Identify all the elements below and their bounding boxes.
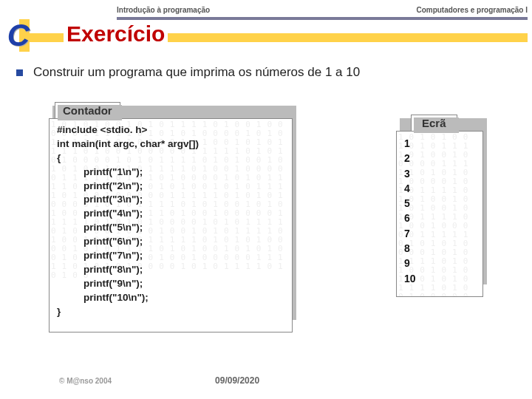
code-line: #include <stdio. h> [57,123,284,137]
code-title-box: Contador [55,102,120,119]
footer-date: 09/09/2020 [215,375,259,386]
code-line: printf("2\n"); [83,180,284,194]
code-line: printf("7\n"); [83,249,284,263]
screen-output-block: Ecrã 10101001010111101001000001111101010… [396,115,492,297]
code-line: } [57,305,284,319]
code-content: #include <stdio. h>int main(int argc, ch… [50,119,292,323]
bullet-text: Construir um programa que imprima os núm… [33,65,360,80]
screen-box: 1010100101011110100100000111110101010000… [396,131,483,297]
bullet-row: Construir um programa que imprima os núm… [16,65,525,80]
screen-line: 3 [404,166,475,181]
screen-line: 5 [404,196,475,211]
code-line: printf("3\n"); [83,193,284,207]
code-line: printf("1\n"); [83,166,284,180]
header-left: Introdução à programação [117,6,210,16]
screen-line: 2 [404,151,475,166]
header-right: Computadores e programação I [416,6,528,16]
code-line: { [57,151,284,166]
screen-title: Ecrã [422,117,446,129]
slide-title: Exercício [64,21,168,47]
logo-area: C [0,0,37,52]
code-line: printf("4\n"); [83,207,284,221]
screen-content: 12345678910 [397,132,482,290]
screen-line: 7 [404,226,475,241]
slide-header: Introdução à programação Computadores e … [117,6,528,16]
code-title: Contador [63,104,112,117]
screen-line: 6 [404,211,475,225]
code-line: printf("6\n"); [83,235,284,249]
code-line: printf("9\n"); [83,277,284,291]
screen-line: 9 [404,256,475,270]
code-line: printf("10\n"); [83,291,284,305]
slide-footer: © M@nso 2004 09/09/2020 [59,375,510,386]
code-box: 1010100101011110100100000111110101010000… [49,118,293,332]
header-underline [117,17,528,20]
screen-title-box: Ecrã [411,115,457,132]
logo-letter: C [7,18,30,53]
screen-line: 1 [404,136,475,151]
code-line: int main(int argc, char* argv[]) [57,137,284,151]
code-block: Contador 1010100101011110100100000111110… [49,102,293,332]
screen-line: 8 [404,241,475,256]
screen-line: 4 [404,181,475,196]
screen-line: 10 [404,271,475,286]
footer-copyright: © M@nso 2004 [59,377,112,385]
code-line: printf("8\n"); [83,263,284,277]
square-bullet-icon [16,69,23,76]
code-line: printf("5\n"); [83,221,284,235]
